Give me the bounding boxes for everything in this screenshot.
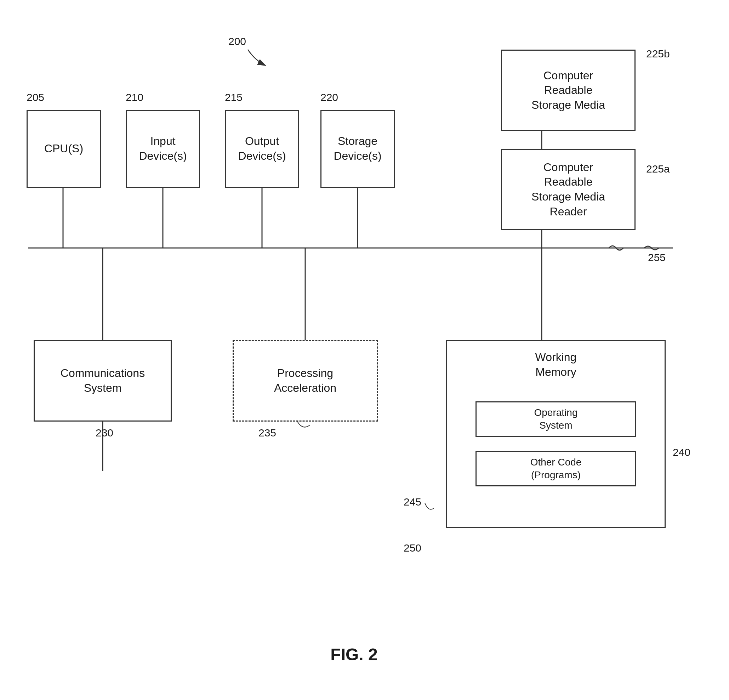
box-cpu: CPU(S) bbox=[26, 110, 101, 188]
box-operating-system: OperatingSystem bbox=[475, 402, 636, 437]
box-communications-system-label: CommunicationsSystem bbox=[61, 366, 145, 395]
box-processing-acceleration: ProcessingAcceleration bbox=[232, 340, 378, 422]
ref-210: 210 bbox=[126, 92, 144, 103]
ref-235: 235 bbox=[258, 427, 276, 439]
box-crsm-reader: ComputerReadableStorage MediaReader bbox=[501, 149, 636, 230]
ref-215: 215 bbox=[225, 92, 243, 103]
ref-200: 200 bbox=[228, 35, 246, 48]
box-cpu-label: CPU(S) bbox=[44, 141, 83, 156]
ref-225a: 225a bbox=[646, 163, 670, 175]
box-output-device-label: OutputDevice(s) bbox=[238, 134, 286, 163]
ref-240: 240 bbox=[673, 446, 690, 458]
box-working-memory-label: WorkingMemory bbox=[447, 350, 665, 380]
ref-225b: 225b bbox=[646, 48, 670, 60]
box-crsm: ComputerReadableStorage Media bbox=[501, 49, 636, 131]
box-processing-acceleration-label: ProcessingAcceleration bbox=[274, 366, 336, 395]
ref-230: 230 bbox=[96, 427, 113, 439]
ref-245: 245 bbox=[404, 496, 421, 508]
box-storage-device: StorageDevice(s) bbox=[320, 110, 395, 188]
box-output-device: OutputDevice(s) bbox=[225, 110, 299, 188]
box-storage-device-label: StorageDevice(s) bbox=[334, 134, 381, 163]
ref-220: 220 bbox=[320, 92, 338, 103]
diagram: 200 CPU(S) 205 InputDevice(s) 210 Output… bbox=[0, 0, 729, 700]
box-other-code-label: Other Code(Programs) bbox=[530, 456, 582, 482]
box-crsm-label: ComputerReadableStorage Media bbox=[532, 68, 605, 113]
box-other-code: Other Code(Programs) bbox=[475, 451, 636, 486]
ref-250: 250 bbox=[404, 542, 421, 554]
box-working-memory: WorkingMemory OperatingSystem Other Code… bbox=[446, 340, 666, 528]
ref-255: 255 bbox=[648, 252, 666, 263]
box-input-device: InputDevice(s) bbox=[126, 110, 200, 188]
box-crsm-reader-label: ComputerReadableStorage MediaReader bbox=[532, 160, 605, 219]
box-input-device-label: InputDevice(s) bbox=[139, 134, 187, 163]
box-communications-system: CommunicationsSystem bbox=[33, 340, 172, 422]
box-operating-system-label: OperatingSystem bbox=[534, 406, 578, 432]
ref-205: 205 bbox=[26, 92, 44, 103]
figure-label: FIG. 2 bbox=[301, 645, 407, 664]
